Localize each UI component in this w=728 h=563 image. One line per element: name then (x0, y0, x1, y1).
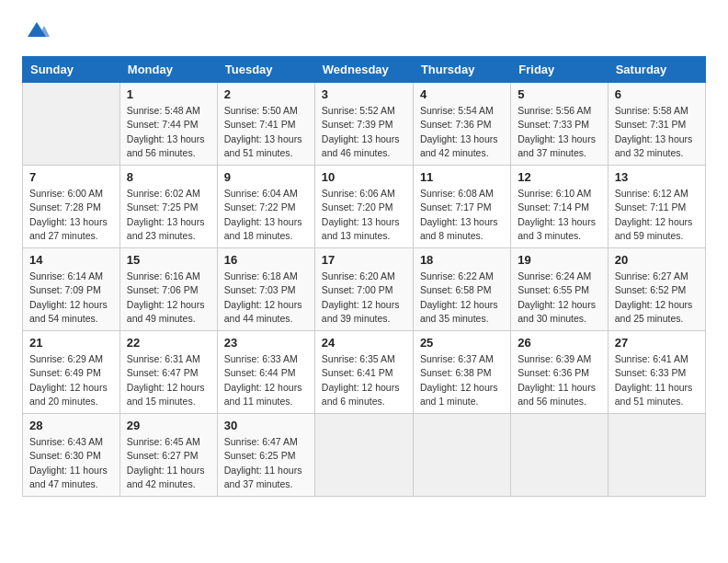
day-number: 16 (224, 253, 308, 267)
calendar-week-row: 7Sunrise: 6:00 AM Sunset: 7:28 PM Daylig… (23, 166, 706, 248)
calendar-cell: 22Sunrise: 6:31 AM Sunset: 6:47 PM Dayli… (119, 331, 217, 414)
day-number: 26 (518, 336, 600, 350)
calendar-cell: 3Sunrise: 5:52 AM Sunset: 7:39 PM Daylig… (314, 83, 413, 166)
day-number: 6 (615, 87, 699, 101)
calendar-cell: 17Sunrise: 6:20 AM Sunset: 7:00 PM Dayli… (314, 248, 413, 331)
day-number: 13 (615, 170, 699, 184)
calendar-cell: 2Sunrise: 5:50 AM Sunset: 7:41 PM Daylig… (217, 83, 314, 166)
calendar-cell: 27Sunrise: 6:41 AM Sunset: 6:33 PM Dayli… (608, 331, 705, 414)
calendar-cell (608, 414, 705, 497)
column-header-wednesday: Wednesday (314, 57, 413, 83)
calendar-header-row: SundayMondayTuesdayWednesdayThursdayFrid… (23, 57, 706, 83)
day-number: 18 (420, 253, 504, 267)
column-header-saturday: Saturday (608, 57, 705, 83)
calendar-cell: 14Sunrise: 6:14 AM Sunset: 7:09 PM Dayli… (23, 248, 120, 331)
day-number: 23 (224, 336, 308, 350)
day-info: Sunrise: 6:33 AM Sunset: 6:44 PM Dayligh… (224, 352, 308, 408)
calendar-cell: 11Sunrise: 6:08 AM Sunset: 7:17 PM Dayli… (413, 166, 510, 248)
calendar-cell (314, 414, 413, 497)
day-number: 11 (420, 170, 504, 184)
calendar-cell: 5Sunrise: 5:56 AM Sunset: 7:33 PM Daylig… (511, 83, 608, 166)
day-info: Sunrise: 6:47 AM Sunset: 6:25 PM Dayligh… (224, 435, 308, 491)
day-info: Sunrise: 6:43 AM Sunset: 6:30 PM Dayligh… (29, 435, 113, 491)
day-info: Sunrise: 5:48 AM Sunset: 7:44 PM Dayligh… (127, 104, 210, 160)
day-info: Sunrise: 6:27 AM Sunset: 6:52 PM Dayligh… (615, 270, 699, 326)
day-number: 29 (127, 419, 210, 432)
day-number: 10 (322, 170, 406, 184)
day-info: Sunrise: 6:39 AM Sunset: 6:36 PM Dayligh… (518, 352, 600, 408)
day-number: 12 (518, 170, 600, 184)
day-number: 8 (127, 170, 210, 184)
day-info: Sunrise: 6:10 AM Sunset: 7:14 PM Dayligh… (518, 187, 600, 243)
day-info: Sunrise: 6:29 AM Sunset: 6:49 PM Dayligh… (29, 352, 113, 408)
day-number: 15 (127, 253, 210, 267)
calendar-cell: 13Sunrise: 6:12 AM Sunset: 7:11 PM Dayli… (608, 166, 705, 248)
calendar-cell: 21Sunrise: 6:29 AM Sunset: 6:49 PM Dayli… (23, 331, 120, 414)
day-info: Sunrise: 6:22 AM Sunset: 6:58 PM Dayligh… (420, 270, 504, 326)
day-info: Sunrise: 6:37 AM Sunset: 6:38 PM Dayligh… (420, 352, 504, 408)
day-number: 7 (29, 170, 113, 184)
day-info: Sunrise: 6:18 AM Sunset: 7:03 PM Dayligh… (224, 270, 308, 326)
day-info: Sunrise: 6:08 AM Sunset: 7:17 PM Dayligh… (420, 187, 504, 243)
calendar-cell: 7Sunrise: 6:00 AM Sunset: 7:28 PM Daylig… (23, 166, 120, 248)
day-info: Sunrise: 6:45 AM Sunset: 6:27 PM Dayligh… (127, 435, 210, 491)
day-number: 14 (29, 253, 113, 267)
calendar-cell: 10Sunrise: 6:06 AM Sunset: 7:20 PM Dayli… (314, 166, 413, 248)
calendar-cell: 29Sunrise: 6:45 AM Sunset: 6:27 PM Dayli… (119, 414, 217, 497)
day-number: 1 (127, 87, 210, 101)
calendar-cell (23, 83, 120, 166)
calendar-week-row: 14Sunrise: 6:14 AM Sunset: 7:09 PM Dayli… (23, 248, 706, 331)
calendar-cell: 4Sunrise: 5:54 AM Sunset: 7:36 PM Daylig… (413, 83, 510, 166)
calendar-cell: 15Sunrise: 6:16 AM Sunset: 7:06 PM Dayli… (119, 248, 217, 331)
day-number: 22 (127, 336, 210, 350)
day-number: 28 (29, 419, 113, 432)
calendar-cell: 24Sunrise: 6:35 AM Sunset: 6:41 PM Dayli… (314, 331, 413, 414)
calendar-week-row: 28Sunrise: 6:43 AM Sunset: 6:30 PM Dayli… (23, 414, 706, 497)
day-info: Sunrise: 5:54 AM Sunset: 7:36 PM Dayligh… (420, 104, 504, 160)
calendar-cell: 28Sunrise: 6:43 AM Sunset: 6:30 PM Dayli… (23, 414, 120, 497)
logo (22, 18, 50, 49)
calendar-week-row: 21Sunrise: 6:29 AM Sunset: 6:49 PM Dayli… (23, 331, 706, 414)
day-number: 30 (224, 419, 308, 432)
column-header-thursday: Thursday (413, 57, 510, 83)
day-number: 27 (615, 336, 699, 350)
day-info: Sunrise: 6:06 AM Sunset: 7:20 PM Dayligh… (322, 187, 406, 243)
day-number: 21 (29, 336, 113, 350)
day-number: 19 (518, 253, 600, 267)
day-number: 4 (420, 87, 504, 101)
calendar-week-row: 1Sunrise: 5:48 AM Sunset: 7:44 PM Daylig… (23, 83, 706, 166)
day-number: 2 (224, 87, 308, 101)
day-number: 20 (615, 253, 699, 267)
day-number: 17 (322, 253, 406, 267)
calendar-cell: 16Sunrise: 6:18 AM Sunset: 7:03 PM Dayli… (217, 248, 314, 331)
day-info: Sunrise: 5:50 AM Sunset: 7:41 PM Dayligh… (224, 104, 308, 160)
day-info: Sunrise: 5:58 AM Sunset: 7:31 PM Dayligh… (615, 104, 699, 160)
page-header (22, 18, 706, 49)
calendar-cell: 19Sunrise: 6:24 AM Sunset: 6:55 PM Dayli… (511, 248, 608, 331)
calendar-cell: 25Sunrise: 6:37 AM Sunset: 6:38 PM Dayli… (413, 331, 510, 414)
day-number: 3 (322, 87, 406, 101)
day-info: Sunrise: 6:35 AM Sunset: 6:41 PM Dayligh… (322, 352, 406, 408)
day-info: Sunrise: 6:14 AM Sunset: 7:09 PM Dayligh… (29, 270, 113, 326)
day-number: 25 (420, 336, 504, 350)
calendar-cell (413, 414, 510, 497)
calendar-cell (511, 414, 608, 497)
calendar-cell: 20Sunrise: 6:27 AM Sunset: 6:52 PM Dayli… (608, 248, 705, 331)
column-header-tuesday: Tuesday (217, 57, 314, 83)
calendar-cell: 6Sunrise: 5:58 AM Sunset: 7:31 PM Daylig… (608, 83, 705, 166)
day-info: Sunrise: 6:04 AM Sunset: 7:22 PM Dayligh… (224, 187, 308, 243)
calendar-cell: 1Sunrise: 5:48 AM Sunset: 7:44 PM Daylig… (119, 83, 217, 166)
calendar-table: SundayMondayTuesdayWednesdayThursdayFrid… (22, 56, 706, 497)
column-header-friday: Friday (511, 57, 608, 83)
calendar-cell: 18Sunrise: 6:22 AM Sunset: 6:58 PM Dayli… (413, 248, 510, 331)
logo-icon (24, 18, 50, 44)
day-info: Sunrise: 6:16 AM Sunset: 7:06 PM Dayligh… (127, 270, 210, 326)
calendar-cell: 8Sunrise: 6:02 AM Sunset: 7:25 PM Daylig… (119, 166, 217, 248)
day-info: Sunrise: 5:56 AM Sunset: 7:33 PM Dayligh… (518, 104, 600, 160)
day-info: Sunrise: 6:02 AM Sunset: 7:25 PM Dayligh… (127, 187, 210, 243)
calendar-cell: 23Sunrise: 6:33 AM Sunset: 6:44 PM Dayli… (217, 331, 314, 414)
calendar-cell: 9Sunrise: 6:04 AM Sunset: 7:22 PM Daylig… (217, 166, 314, 248)
calendar-cell: 26Sunrise: 6:39 AM Sunset: 6:36 PM Dayli… (511, 331, 608, 414)
day-info: Sunrise: 6:31 AM Sunset: 6:47 PM Dayligh… (127, 352, 210, 408)
calendar-body: 1Sunrise: 5:48 AM Sunset: 7:44 PM Daylig… (23, 83, 706, 497)
